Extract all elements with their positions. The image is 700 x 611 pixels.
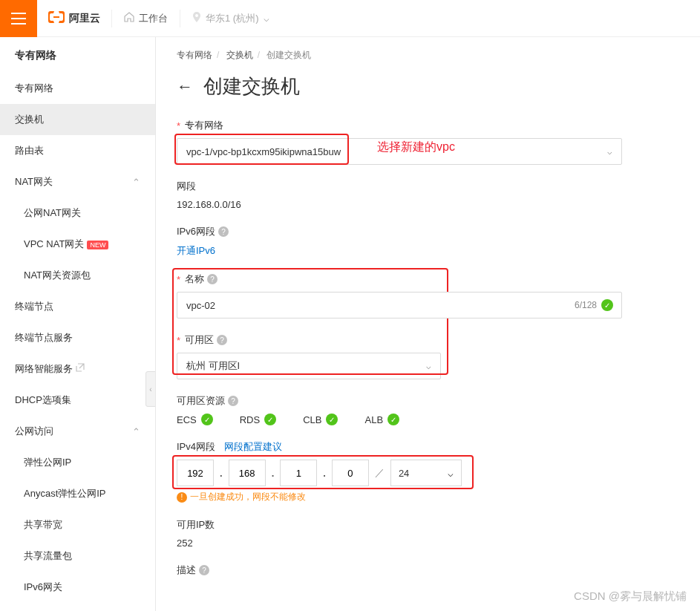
home-icon [124, 12, 134, 24]
ipcount-value: 252 [177, 538, 679, 549]
crumb-2: 创建交换机 [266, 50, 311, 60]
sidebar-item-7[interactable]: 终端节点 [0, 291, 155, 322]
sidebar-item-14[interactable]: 共享带宽 [0, 509, 155, 540]
sidebar-item-16[interactable]: IPv6网关 [0, 572, 155, 603]
help-icon[interactable]: ? [199, 565, 209, 575]
main-content: 专有网络/ 交换机/ 创建交换机 ← 创建交换机 *专有网络 vpc-1/vpc… [156, 37, 700, 611]
sidebar-item-9[interactable]: 网络智能服务 [0, 353, 155, 385]
sidebar-item-15[interactable]: 共享流量包 [0, 540, 155, 572]
sidebar-title: 专有网络 [0, 37, 155, 73]
sidebar-item-6[interactable]: NAT网关资源包 [0, 260, 155, 291]
hamburger-menu[interactable] [0, 0, 37, 37]
brand-logo[interactable]: 阿里云 [37, 11, 111, 25]
ipv4-cidr-input: . . . ／ 24⌵ [177, 460, 679, 486]
location-icon [192, 12, 201, 24]
sidebar-item-12[interactable]: 弹性公网IP [0, 447, 155, 478]
brand-name: 阿里云 [69, 12, 100, 25]
help-icon[interactable]: ? [218, 226, 229, 237]
check-circle-icon: ✓ [601, 299, 613, 311]
chevron-down-icon: ⌵ [426, 362, 431, 371]
zone-res-label: 可用区资源 [177, 394, 225, 408]
ipv6-label: IPv6网段 [177, 225, 215, 238]
ip-octet-3[interactable] [280, 460, 317, 486]
resource-alb: ALB ✓ [364, 414, 399, 425]
zone-select[interactable]: 杭州 可用区I ⌵ [177, 353, 441, 379]
sidebar-item-8[interactable]: 终端节点服务 [0, 322, 155, 353]
sidebar-item-4[interactable]: 公网NAT网关 [0, 197, 155, 229]
ipv4-label: IPv4网段 [177, 440, 215, 454]
desc-label: 描述 [177, 563, 196, 577]
name-input[interactable]: vpc-02 [177, 292, 622, 318]
resource-ecs: ECS ✓ [177, 414, 213, 425]
warning-icon: ! [177, 492, 187, 503]
chevron-down-icon: ⌵ [607, 147, 612, 157]
chevron-down-icon: ⌵ [264, 13, 269, 24]
sidebar-item-1[interactable]: 交换机 [0, 104, 155, 135]
region-selector[interactable]: 华东1 (杭州) ⌵ [180, 12, 281, 25]
resource-clb: CLB ✓ [303, 414, 338, 425]
crumb-1[interactable]: 交换机 [226, 50, 253, 60]
vpc-annotation: 选择新建的vpc [377, 140, 455, 155]
name-label: 名称 [185, 272, 204, 286]
sidebar-item-0[interactable]: 专有网络 [0, 73, 155, 104]
sidebar-item-3[interactable]: NAT网关⌃ [0, 166, 155, 197]
enable-ipv6-link[interactable]: 开通IPv6 [177, 245, 215, 256]
ip-octet-4[interactable] [332, 460, 369, 486]
zone-label: 可用区 [185, 333, 214, 347]
page-title: 创建交换机 [203, 73, 300, 99]
name-counter: 6/128 ✓ [575, 292, 613, 318]
help-icon[interactable]: ? [228, 396, 238, 406]
crumb-0[interactable]: 专有网络 [177, 50, 212, 60]
top-header: 阿里云 工作台 华东1 (杭州) ⌵ [0, 0, 700, 37]
back-arrow-icon[interactable]: ← [177, 77, 193, 97]
help-icon[interactable]: ? [217, 335, 227, 345]
ipcount-label: 可用IP数 [177, 518, 215, 532]
sidebar-item-10[interactable]: DHCP选项集 [0, 385, 155, 416]
sidebar-item-2[interactable]: 路由表 [0, 135, 155, 166]
sidebar-item-11[interactable]: 公网访问⌃ [0, 416, 155, 447]
sidebar-item-13[interactable]: Anycast弹性公网IP [0, 478, 155, 509]
ipv4-warning: ! 一旦创建成功，网段不能修改 [177, 491, 679, 503]
ip-octet-2[interactable] [229, 460, 266, 486]
aliyun-logo-icon [48, 11, 65, 25]
sidebar-collapse-handle[interactable]: ‹ [145, 371, 156, 407]
cidr-label: 网段 [177, 180, 196, 193]
help-icon[interactable]: ? [207, 274, 217, 284]
vpc-label: 专有网络 [185, 119, 223, 132]
workbench-button[interactable]: 工作台 [112, 12, 180, 25]
chevron-down-icon: ⌵ [448, 468, 454, 479]
watermark: CSDN @雾与晨解忧铺 [574, 589, 687, 604]
ip-mask-select[interactable]: 24⌵ [390, 460, 462, 486]
cidr-suggest-link[interactable]: 网段配置建议 [224, 440, 282, 454]
resource-rds: RDS ✓ [240, 414, 276, 425]
breadcrumb: 专有网络/ 交换机/ 创建交换机 [177, 49, 679, 62]
sidebar-item-5[interactable]: VPC NAT网关NEW [0, 229, 155, 260]
cidr-value: 192.168.0.0/16 [177, 199, 679, 210]
sidebar-item-17[interactable]: IPv6转换服务 [0, 603, 155, 611]
ip-octet-1[interactable] [177, 460, 214, 486]
sidebar: 专有网络 专有网络交换机路由表NAT网关⌃公网NAT网关VPC NAT网关NEW… [0, 37, 156, 611]
